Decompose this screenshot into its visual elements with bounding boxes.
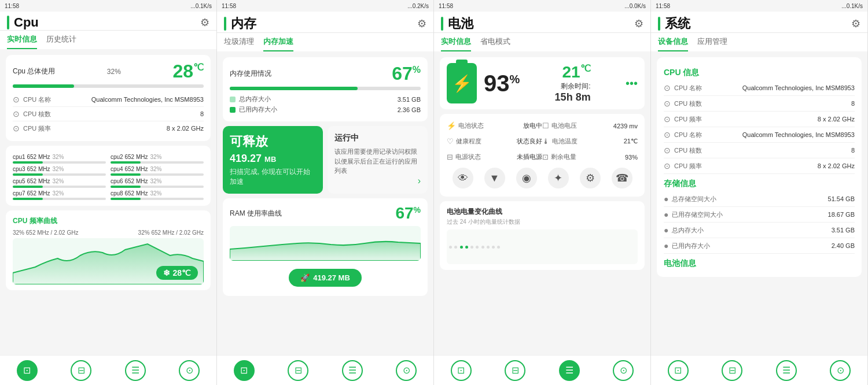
sys-tab-apps[interactable]: 应用管理 [697,33,727,51]
cpu-name-icon: ⊙ [13,95,20,104]
sys-mem-used-label: 已用内存大小 [672,242,831,250]
batt-ctrl-eye[interactable]: 👁 [453,168,473,188]
sys-tabs: 设备信息 应用管理 [651,33,867,51]
batt-stat-power: ⊟ 电源状态 未插电源 [447,151,542,163]
mem-nav-2[interactable]: ⊟ [288,360,308,381]
sys-tab-device[interactable]: 设备信息 [658,33,688,51]
sys-nav-3[interactable]: ☰ [776,360,797,381]
mem-total-row: 总内存大小 3.51 GB [230,95,421,103]
sys-cpu-cores-2: ⊙ CPU 核数 8 [664,143,855,158]
batt-nav-2[interactable]: ⊟ [505,360,525,381]
batt-ctrl-wifi[interactable]: ▼ [484,168,505,188]
mem-tab-clean[interactable]: 垃圾清理 [224,33,254,51]
batt-ctrl-settings[interactable]: ⚙ [580,168,601,188]
batt-health-label: 健康程度 [456,137,514,146]
batt-temp: 21℃ [555,63,591,82]
sys-cpu-freq-1-icon: ⊙ [664,114,671,124]
cpu-settings-icon[interactable]: ⚙ [200,16,209,29]
mem-running-arrow: › [334,176,421,186]
sys-mem-total-icon: ● [664,225,668,235]
cpu-tab-history[interactable]: 历史统计 [46,31,76,49]
cpu-cores-label: CPU 核数 [23,110,200,119]
sys-storage-total-value: 51.54 GB [828,195,855,202]
batt-content: ⚡ 93% 21℃ 剩余时间: 15h 8m ••• ⚡ 电池状态 [434,51,650,355]
sys-mem-total-label: 总内存大小 [672,226,831,235]
sys-signal: ...0.1K/s [841,3,863,9]
batt-ctrl-mobile[interactable]: ◉ [516,168,537,188]
sys-storage-used-value: 18.67 GB [828,211,855,218]
cpu-nav-4[interactable]: ⊙ [179,360,200,381]
snowflake-icon: ❄ [163,268,170,277]
sys-cpu-freq-2-value: 8 x 2.02 GHz [818,162,855,169]
batt-voltage-icon: ☐ [542,121,549,130]
sys-storage-used-icon: ● [664,210,668,219]
batt-voltage-value: 4239 mv [613,123,638,129]
batt-stats-grid: ⚡ 电池状态 放电中 ☐ 电池电压 4239 mv ♡ 健康程度 状态良好 🌡 … [447,120,638,163]
mem-tabs: 垃圾清理 内存加速 [217,33,433,51]
mem-float-btn[interactable]: 🚀 419.27 MB [289,269,362,287]
batt-stat-health: ♡ 健康程度 状态良好 [447,135,542,147]
mem-tab-boost[interactable]: 内存加速 [263,33,293,51]
mem-title: 内存 [231,15,256,32]
batt-nav-3[interactable]: ☰ [559,360,580,381]
batt-power-label: 电源状态 [455,153,514,161]
cpu-info-cores: ⊙ CPU 核数 8 [13,107,204,121]
mem-running-title: 运行中 [334,133,421,143]
mem-progress-fill [230,87,358,90]
cpu-tab-realtime[interactable]: 实时信息 [7,31,37,49]
sys-settings-icon[interactable]: ⚙ [851,17,860,30]
sys-nav-4[interactable]: ⊙ [830,360,851,381]
cpu-nav-3[interactable]: ☰ [125,360,146,381]
sys-cpu-name-2-value: Qualcomm Technologies, Inc MSM8953 [742,131,855,138]
mem-nav-4[interactable]: ⊙ [396,360,417,381]
sys-cpu-cores-1-label: CPU 核数 [674,99,851,108]
cpu-nav-1[interactable]: ⊡ [17,360,38,381]
batt-ctrl-bluetooth[interactable]: ✦ [548,168,569,188]
cpu-chart-title: CPU 频率曲线 [13,216,204,226]
batt-power-icon: ⊟ [447,153,453,161]
mem-usage-card: 内存使用情况 67% 总内存大小 3.51 GB 已用内存大小 2.36 GB [223,57,428,121]
batt-settings-icon[interactable]: ⚙ [634,17,643,30]
cpu-freq-value: 8 x 2.02 GHz [167,125,204,132]
sys-title-bar [658,17,660,31]
cpu-chart-left: 32% 652 MHz / 2.02 GHz [13,229,78,236]
sys-cpu-name-1-value: Qualcomm Technologies, Inc MSM8953 [742,84,855,91]
batt-ctrl-phone[interactable]: ☎ [612,168,632,188]
batt-more-icon[interactable]: ••• [626,77,638,90]
sys-cpu-freq-2-icon: ⊙ [664,161,671,171]
sys-cpu-freq-1-label: CPU 频率 [674,115,818,124]
mem-settings-icon[interactable]: ⚙ [417,17,426,30]
batt-tab-power[interactable]: 省电模式 [480,33,510,51]
sys-cpu-name-2: ⊙ CPU 名称 Qualcomm Technologies, Inc MSM8… [664,127,855,143]
sys-storage-total-label: 总存储空间大小 [672,195,827,203]
mem-usage-header: 内存使用情况 67% [230,63,421,84]
batt-stat-status: ⚡ 电池状态 放电中 [447,120,542,132]
cpu-info-freq: ⊙ CPU 频率 8 x 2.02 GHz [13,121,204,135]
cpu-core-1: cpu1 652 MHz32% [13,154,106,164]
mem-bottom-nav: ⊡ ⊟ ☰ ⊙ [217,355,433,385]
mem-nav-3[interactable]: ☰ [342,360,363,381]
mem-ram-chart [230,226,421,261]
batt-chart-area [447,229,638,264]
batt-power-value: 未插电源 [517,153,542,161]
batt-time: 11:58 [439,3,453,9]
batt-stats-card: ⚡ 电池状态 放电中 ☐ 电池电压 4239 mv ♡ 健康程度 状态良好 🌡 … [440,114,645,197]
batt-tab-realtime[interactable]: 实时信息 [441,33,471,51]
sys-mem-used: ● 已用内存大小 2.40 GB [664,238,855,254]
batt-status-value: 放电中 [523,121,542,130]
mem-ram-pct: 67% [395,204,421,223]
batt-temp-stat-label: 电池温度 [552,137,621,146]
battery-panel: 11:58 ...0.0K/s 电池 ⚙ 实时信息 省电模式 ⚡ 93% 21℃ [434,0,651,385]
cpu-usage-card: Cpu 总体使用 32% 28℃ ⊙ CPU 名称 Qualcomm Techn… [6,55,211,141]
sys-nav-1[interactable]: ⊡ [668,360,689,381]
sys-nav-2[interactable]: ⊟ [722,360,742,381]
cpu-nav-2[interactable]: ⊟ [71,360,91,381]
batt-control-icons: 👁 ▼ ◉ ✦ ⚙ ☎ [447,163,638,191]
mem-running-desc: 该应用需要使用记录访问权限以便展示后台正在运行的应用列表 [334,147,421,176]
cpu-core-2: cpu2 652 MHz32% [111,154,204,164]
batt-nav-4[interactable]: ⊙ [613,360,634,381]
batt-chart-card: 电池电量变化曲线 过去 24 小时的电量统计数据 [440,201,645,270]
batt-nav-1[interactable]: ⊡ [451,360,472,381]
mem-float-label: 419.27 MB [313,273,350,282]
mem-nav-1[interactable]: ⊡ [234,360,255,381]
